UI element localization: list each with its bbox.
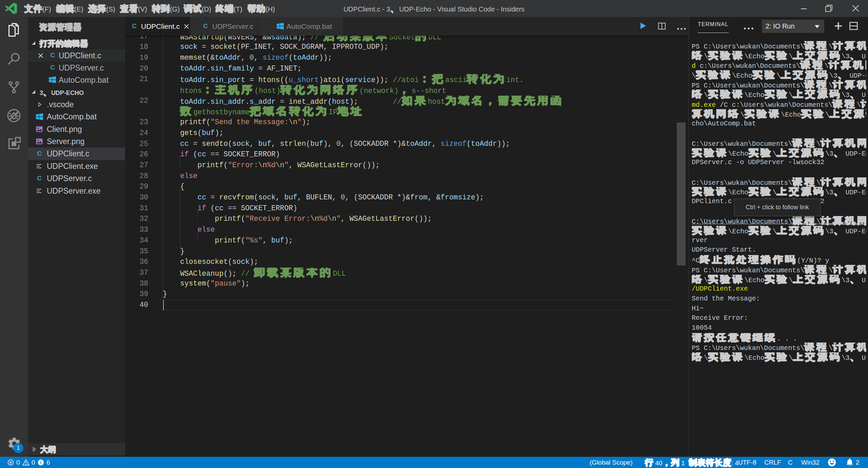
svg-text:C: C bbox=[132, 22, 137, 30]
svg-text:C: C bbox=[50, 64, 55, 71]
svg-text:C: C bbox=[37, 150, 42, 157]
svg-text:C: C bbox=[50, 52, 55, 59]
svg-text:C: C bbox=[203, 22, 208, 30]
svg-text:C: C bbox=[37, 175, 42, 182]
